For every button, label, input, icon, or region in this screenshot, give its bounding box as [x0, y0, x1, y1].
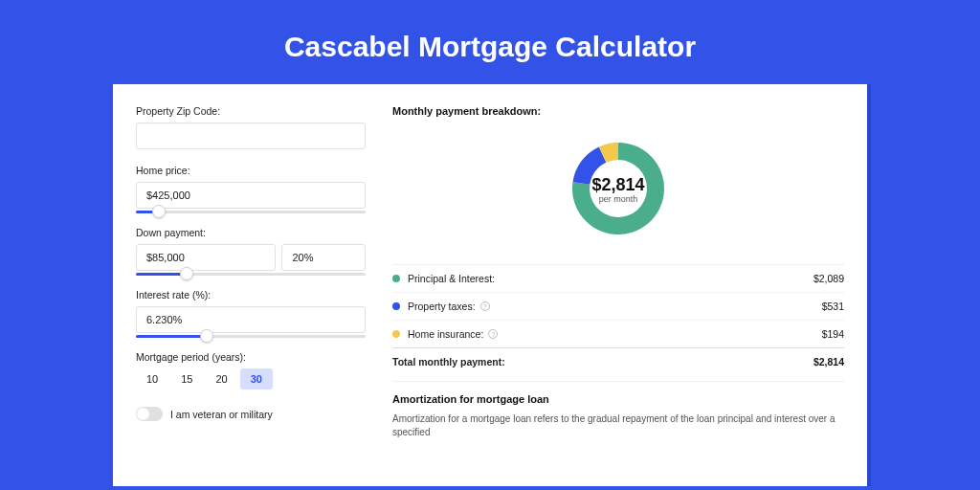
price-label: Home price: — [136, 165, 366, 176]
page-title: Cascabel Mortgage Calculator — [0, 0, 980, 84]
period-tabs: 10 15 20 30 — [136, 368, 366, 390]
price-slider-thumb[interactable] — [152, 205, 166, 218]
rate-slider-thumb[interactable] — [200, 329, 213, 343]
period-label: Mortgage period (years): — [136, 351, 366, 363]
down-slider-thumb[interactable] — [180, 267, 193, 280]
total-label: Total monthly payment: — [392, 356, 505, 368]
legend-label: Property taxes: — [408, 301, 476, 312]
legend-value: $194 — [822, 328, 844, 340]
donut-center-sub: per month — [599, 194, 638, 204]
total-value: $2,814 — [813, 356, 844, 368]
dot-icon — [392, 302, 400, 310]
amortization-section: Amortization for mortgage loan Amortizat… — [392, 381, 844, 439]
legend: Principal & Interest: $2,089 Property ta… — [392, 264, 844, 375]
legend-value: $2,089 — [813, 273, 844, 284]
info-icon[interactable]: ? — [480, 301, 490, 311]
dot-icon — [392, 330, 400, 338]
legend-value: $531 — [822, 301, 844, 312]
breakdown-title: Monthly payment breakdown: — [392, 105, 844, 117]
amortization-title: Amortization for mortgage loan — [392, 393, 844, 405]
down-label: Down payment: — [136, 227, 366, 238]
rate-label: Interest rate (%): — [136, 289, 366, 301]
period-tab-10[interactable]: 10 — [136, 368, 168, 390]
price-input[interactable] — [136, 182, 366, 209]
legend-row-insurance: Home insurance: ? $194 — [392, 320, 844, 347]
legend-row-taxes: Property taxes: ? $531 — [392, 292, 844, 320]
donut-chart: $2,814 per month — [392, 122, 844, 264]
period-tab-20[interactable]: 20 — [206, 368, 238, 390]
dot-icon — [392, 275, 400, 282]
legend-row-principal: Principal & Interest: $2,089 — [392, 265, 844, 292]
price-slider[interactable] — [136, 211, 366, 213]
down-slider[interactable] — [136, 273, 366, 276]
amortization-text: Amortization for a mortgage loan refers … — [392, 412, 844, 439]
military-label: I am veteran or military — [170, 409, 273, 420]
down-pct-input[interactable] — [281, 244, 366, 271]
results-panel: Monthly payment breakdown: $2,814 per mo… — [392, 105, 844, 465]
zip-input[interactable] — [136, 122, 366, 149]
zip-label: Property Zip Code: — [136, 105, 366, 117]
calculator-card: Property Zip Code: Home price: Down paym… — [113, 84, 867, 486]
rate-slider[interactable] — [136, 335, 366, 338]
legend-label: Principal & Interest: — [408, 273, 495, 284]
military-toggle[interactable] — [136, 407, 163, 421]
period-tab-15[interactable]: 15 — [170, 368, 203, 390]
down-amount-input[interactable] — [136, 244, 276, 271]
form-panel: Property Zip Code: Home price: Down paym… — [136, 105, 366, 465]
legend-row-total: Total monthly payment: $2,814 — [392, 347, 844, 375]
legend-label: Home insurance: — [408, 328, 483, 340]
rate-input[interactable] — [136, 306, 366, 333]
period-tab-30[interactable]: 30 — [240, 368, 273, 390]
info-icon[interactable]: ? — [488, 329, 498, 339]
donut-center-value: $2,814 — [591, 175, 644, 194]
